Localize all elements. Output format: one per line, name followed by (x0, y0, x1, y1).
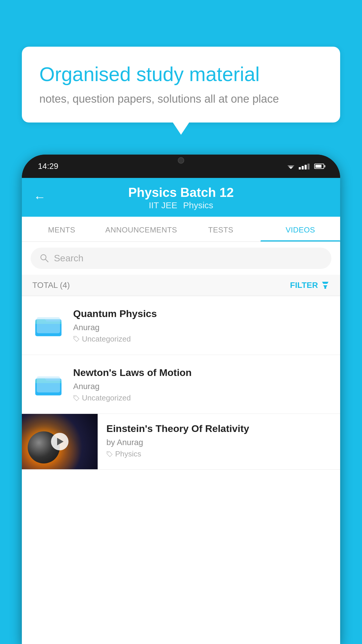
signal-bar-3 (305, 165, 307, 169)
tag-icon (73, 395, 80, 401)
signal-bars (299, 163, 310, 169)
battery-fill (315, 165, 321, 168)
filter-label: FILTER (290, 281, 318, 290)
subtitle-right: Physics (183, 200, 213, 210)
bubble-title: Organised study material (39, 63, 323, 85)
search-container: Search (22, 242, 340, 275)
item-title-3: Einstein's Theory Of Relativity (106, 422, 331, 435)
back-button[interactable]: ← (34, 190, 46, 204)
tab-ments[interactable]: MENTS (22, 217, 101, 242)
speech-bubble-wrapper: Organised study material notes, question… (22, 47, 340, 135)
item-info-2: Newton's Laws of Motion Anurag Uncategor… (73, 366, 330, 402)
svg-rect-14 (37, 376, 60, 392)
phone-frame: 14:29 ← (22, 155, 340, 644)
item-thumbnail-2 (32, 368, 64, 400)
svg-rect-10 (37, 317, 60, 333)
item-tag-text-1: Uncategorized (82, 335, 131, 344)
phone-inner: ← Physics Batch 12 IIT JEE Physics MENTS… (22, 178, 340, 644)
filter-icon (321, 281, 330, 289)
list-item[interactable]: Einstein's Theory Of Relativity by Anura… (22, 414, 340, 470)
item-tag-text-3: Physics (115, 449, 141, 459)
camera-dot (178, 157, 184, 164)
bubble-subtitle: notes, question papers, solutions all at… (39, 92, 323, 106)
header-title: Physics Batch 12 (128, 185, 234, 200)
filter-row: TOTAL (4) FILTER (22, 275, 340, 296)
signal-bar-2 (302, 166, 304, 169)
svg-point-16 (108, 452, 109, 453)
item-title-1: Quantum Physics (73, 307, 330, 320)
signal-bar-4 (307, 164, 310, 169)
play-triangle (57, 438, 64, 445)
item-info-1: Quantum Physics Anurag Uncategorized (73, 307, 330, 344)
search-bar[interactable]: Search (31, 248, 331, 269)
battery-icon (314, 164, 324, 169)
tag-icon (73, 336, 80, 342)
header-subtitle: IIT JEE Physics (149, 200, 213, 210)
list-item[interactable]: Quantum Physics Anurag Uncategorized (22, 296, 340, 355)
item-author-3: by Anurag (106, 438, 331, 447)
svg-marker-6 (322, 282, 328, 284)
phone-notch (162, 155, 200, 166)
item-tag-text-2: Uncategorized (82, 393, 131, 402)
svg-rect-7 (324, 285, 326, 289)
total-count: TOTAL (4) (32, 281, 70, 290)
play-button[interactable] (51, 433, 68, 450)
filter-button[interactable]: FILTER (290, 281, 330, 290)
list-item[interactable]: Newton's Laws of Motion Anurag Uncategor… (22, 355, 340, 414)
svg-line-4 (45, 259, 48, 262)
svg-point-11 (75, 337, 75, 338)
item-tag-3: Physics (106, 449, 331, 459)
item-author-1: Anurag (73, 323, 330, 332)
tab-tests[interactable]: TESTS (181, 217, 261, 242)
speech-bubble-tail (173, 123, 189, 135)
folder-icon (34, 370, 63, 399)
subtitle-left: IIT JEE (149, 200, 177, 210)
item-thumbnail-1 (32, 309, 64, 341)
app-header: ← Physics Batch 12 IIT JEE Physics (22, 178, 340, 217)
search-text: Search (54, 253, 83, 264)
item-tag-2: Uncategorized (73, 393, 330, 402)
wifi-icon (287, 163, 295, 169)
item-tag-1: Uncategorized (73, 335, 330, 344)
signal-bar-1 (299, 167, 301, 169)
tabs-container: MENTS ANNOUNCEMENTS TESTS VIDEOS (22, 217, 340, 242)
item-author-2: Anurag (73, 382, 330, 391)
folder-icon (34, 311, 63, 340)
item-info-3: Einstein's Theory Of Relativity by Anura… (98, 414, 340, 467)
tag-icon (106, 451, 113, 457)
svg-point-15 (75, 396, 75, 397)
video-list: Quantum Physics Anurag Uncategorized (22, 296, 340, 644)
svg-marker-2 (290, 168, 292, 169)
tab-videos[interactable]: VIDEOS (261, 217, 340, 242)
status-bar: 14:29 (22, 155, 340, 178)
status-time: 14:29 (38, 162, 58, 171)
tab-announcements[interactable]: ANNOUNCEMENTS (101, 217, 181, 242)
item-thumbnail-image (22, 414, 98, 469)
speech-bubble: Organised study material notes, question… (22, 47, 340, 123)
status-icons (287, 163, 324, 169)
item-title-2: Newton's Laws of Motion (73, 366, 330, 379)
search-icon (39, 253, 49, 263)
